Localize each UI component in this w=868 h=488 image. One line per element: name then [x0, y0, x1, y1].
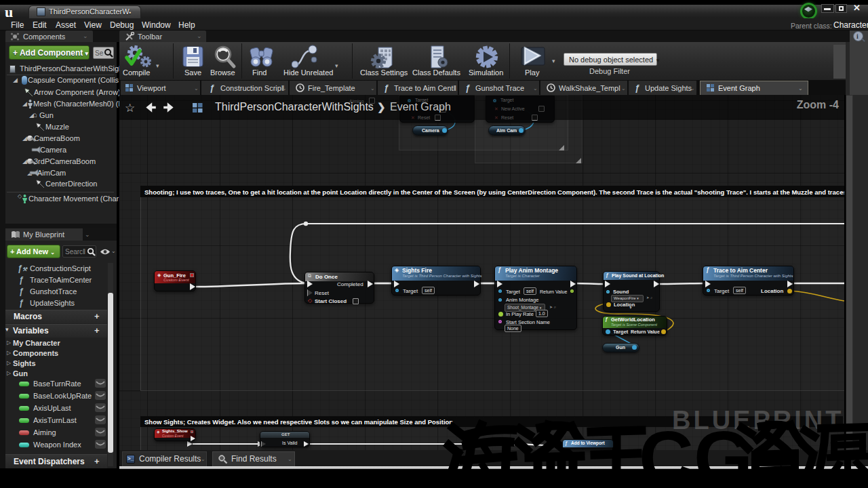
svg-text:CG: CG [639, 417, 753, 488]
